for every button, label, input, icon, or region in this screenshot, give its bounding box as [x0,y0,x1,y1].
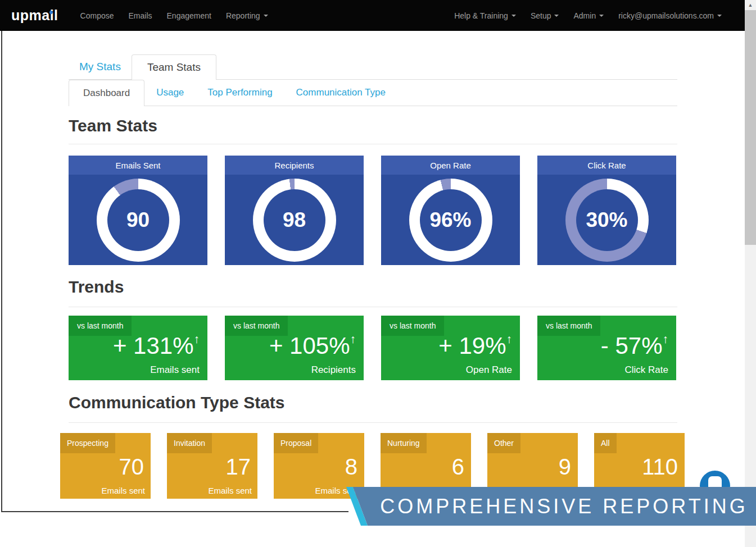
comm-value: 6 [452,454,464,480]
comm-value: 17 [226,454,251,480]
team-stats-card-row: Emails Sent 90 Recipients 98 Open Rate 9… [69,156,676,265]
trend-value: + 105%↑ [269,332,356,359]
trend-badge: vs last month [381,316,444,336]
top-navbar: upmail Compose Emails Engagement Reporti… [0,0,745,31]
comm-type-label: All [594,433,617,453]
stat-card-title: Emails Sent [69,156,207,175]
section-divider [69,144,677,144]
window-left-border [1,31,2,512]
comm-card-invitation: Invitation 17 Emails sent [167,433,257,499]
comm-type-label: Prospecting [60,433,115,453]
stat-card-click-rate: Click Rate 30% [537,156,676,265]
trend-value: + 131%↑ [113,332,200,359]
stat-card-open-rate: Open Rate 96% [381,156,520,265]
caret-down-icon [599,15,604,17]
trend-card-recipients: vs last month + 105%↑ Recipients [225,316,364,380]
nav-item-admin[interactable]: Admin [566,11,611,20]
donut-value: 96% [409,179,492,262]
secondary-tabs: Dashboard Usage Top Performing Communica… [69,80,677,106]
comm-value: 110 [642,454,678,480]
tab-team-stats[interactable]: Team Stats [132,54,216,80]
scroll-up-arrow-icon[interactable]: ▲ [745,2,756,8]
caret-down-icon [511,15,516,17]
comm-type-label: Invitation [167,433,212,453]
up-arrow-icon: ↑ [194,332,200,345]
scrollbar-thumb[interactable] [745,10,756,245]
communication-type-heading: Communication Type Stats [69,393,285,412]
nav-right-menu: Help & Training Setup Admin ricky@upmail… [447,11,729,20]
nav-item-user-account[interactable]: ricky@upmailsolutions.com [611,11,729,20]
comm-type-label: Other [487,433,520,453]
trend-card-click-rate: vs last month - 57%↑ Click Rate [537,316,676,380]
nav-item-help-training[interactable]: Help & Training [447,11,523,20]
section-divider [69,422,677,423]
comm-value: 9 [559,454,571,480]
nav-item-compose[interactable]: Compose [73,11,121,20]
comm-type-label: Nurturing [381,433,427,453]
stat-card-title: Click Rate [537,156,676,175]
trend-card-open-rate: vs last month + 19%↑ Open Rate [381,316,520,380]
comm-value: 8 [345,454,357,480]
tab-dashboard[interactable]: Dashboard [69,80,144,106]
caret-down-icon [554,15,559,17]
trend-card-emails-sent: vs last month + 131%↑ Emails sent [69,316,207,380]
trends-card-row: vs last month + 131%↑ Emails sent vs las… [69,316,676,380]
trend-label: Click Rate [625,364,668,376]
logo-text: upmail [11,7,58,23]
donut-chart: 98 [253,179,336,262]
nav-item-emails[interactable]: Emails [121,11,160,20]
stat-card-emails-sent: Emails Sent 90 [69,156,207,265]
tab-usage[interactable]: Usage [144,80,196,106]
donut-value: 90 [97,179,180,262]
trend-value: - 57%↑ [601,332,668,359]
upmail-logo[interactable]: upmail [11,7,58,24]
up-arrow-icon: ↑ [350,332,356,345]
comprehensive-reporting-banner: COMPREHENSIVE REPORTING [343,487,756,526]
banner-text: COMPREHENSIVE REPORTING [351,495,748,518]
tab-my-stats[interactable]: My Stats [69,54,132,79]
logo-dot-icon [49,11,53,14]
caret-down-icon [717,15,722,17]
comm-sublabel: Emails sent [101,486,145,495]
up-arrow-icon: ↑ [663,332,669,345]
comm-card-prospecting: Prospecting 70 Emails sent [60,433,151,499]
window-bottom-border [1,511,348,512]
trend-label: Open Rate [466,364,512,376]
trend-label: Emails sent [150,364,200,376]
trend-label: Recipients [311,364,356,376]
trend-value: + 19%↑ [438,332,512,359]
comm-type-label: Proposal [274,433,318,453]
section-divider [69,307,677,307]
comm-sublabel: Emails sent [208,486,252,495]
primary-tabs: My Stats Team Stats [69,54,677,80]
nav-left-menu: Compose Emails Engagement Reporting [73,11,275,20]
donut-chart: 96% [409,179,492,262]
comm-value: 70 [119,454,144,480]
tab-communication-type[interactable]: Communication Type [284,80,397,106]
up-arrow-icon: ↑ [506,332,513,345]
nav-item-engagement[interactable]: Engagement [160,11,219,20]
stat-card-recipients: Recipients 98 [225,156,364,265]
donut-chart: 90 [97,179,180,262]
donut-value: 30% [565,179,649,262]
stat-card-title: Recipients [225,156,364,175]
nav-item-reporting[interactable]: Reporting [219,11,275,20]
tab-top-performing[interactable]: Top Performing [196,80,284,106]
trends-heading: Trends [69,277,124,297]
nav-item-setup[interactable]: Setup [523,11,567,20]
donut-chart: 30% [565,179,649,262]
donut-value: 98 [253,179,336,262]
team-stats-heading: Team Stats [69,116,157,135]
stat-card-title: Open Rate [381,156,520,175]
caret-down-icon [264,15,268,17]
vertical-scrollbar: ▲ [745,0,756,547]
trend-badge: vs last month [537,316,600,336]
